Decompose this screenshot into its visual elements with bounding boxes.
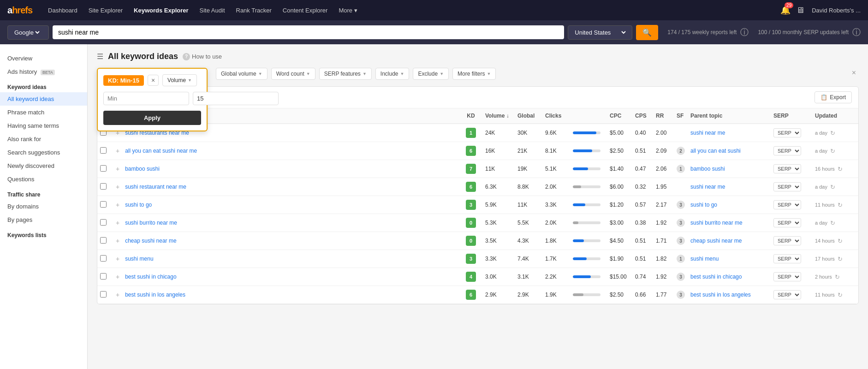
col-volume[interactable]: Volume ↓ [482, 108, 515, 124]
keyword-link-1[interactable]: all you can eat sushi near me [125, 148, 197, 154]
nav-site-audit[interactable]: Site Audit [195, 4, 230, 17]
nav-content-explorer[interactable]: Content Explorer [278, 4, 333, 17]
country-select-input[interactable]: United States [573, 29, 627, 36]
keyword-link-6[interactable]: cheap sushi near me [125, 238, 176, 244]
parent-link-9[interactable]: best sushi in los angeles [690, 292, 751, 298]
clear-filters-button[interactable]: × [849, 68, 859, 78]
serp-select-6[interactable]: SERP [773, 236, 801, 245]
sidebar-item-having-same-terms[interactable]: Having same terms [0, 119, 87, 132]
sidebar-item-all-keyword-ideas[interactable]: All keyword ideas [0, 92, 87, 106]
serp-select-5[interactable]: SERP [773, 218, 801, 227]
serp-select-1[interactable]: SERP [773, 146, 801, 155]
keyword-link-5[interactable]: sushi burrito near me [125, 220, 177, 226]
row-checkbox-9[interactable] [100, 291, 107, 298]
row-checkbox-8[interactable] [100, 273, 107, 280]
sidebar-item-questions[interactable]: Questions [0, 173, 87, 186]
refresh-icon-2[interactable]: ↻ [838, 166, 843, 173]
kd-max-input[interactable] [193, 92, 279, 105]
parent-link-4[interactable]: sushi to go [690, 202, 717, 208]
sidebar-item-search-suggestions[interactable]: Search suggestions [0, 146, 87, 159]
nav-keywords-explorer[interactable]: Keywords Explorer [129, 4, 193, 17]
kd-volume-dropdown[interactable]: Volume ▼ [162, 74, 197, 86]
nav-more[interactable]: More ▾ [334, 4, 362, 17]
refresh-icon-7[interactable]: ↻ [838, 256, 843, 262]
kd-close-button[interactable]: × [148, 75, 159, 86]
sidebar-item-by-pages[interactable]: By pages [0, 213, 87, 226]
refresh-icon-3[interactable]: ↻ [830, 184, 835, 190]
keyword-link-8[interactable]: best sushi in chicago [125, 274, 176, 280]
row-add-button-8[interactable]: + [116, 273, 119, 280]
kd-min-input[interactable] [103, 92, 189, 105]
serp-select-2[interactable]: SERP [773, 164, 801, 173]
kd-badge[interactable]: KD: Min-15 [103, 75, 144, 86]
user-name[interactable]: David Roberts's ... [812, 7, 861, 14]
nav-site-explorer[interactable]: Site Explorer [84, 4, 127, 17]
row-checkbox-7[interactable] [100, 255, 107, 262]
keyword-link-9[interactable]: best sushi in los angeles [125, 292, 185, 298]
serp-select-8[interactable]: SERP [773, 272, 801, 281]
row-checkbox-3[interactable] [100, 183, 107, 190]
row-checkbox-2[interactable] [100, 165, 107, 172]
export-button[interactable]: 📋 Export [814, 91, 852, 103]
hamburger-icon[interactable]: ☰ [97, 52, 103, 61]
row-add-button-4[interactable]: + [116, 201, 119, 208]
row-checkbox-6[interactable] [100, 237, 107, 244]
sidebar-item-phrase-match[interactable]: Phrase match [0, 106, 87, 119]
global-volume-filter[interactable]: Global volume ▼ [216, 68, 268, 80]
engine-dropdown[interactable]: Google [7, 25, 49, 40]
parent-link-7[interactable]: sushi menu [690, 256, 719, 262]
row-checkbox-1[interactable] [100, 147, 107, 154]
row-add-button-7[interactable]: + [116, 255, 119, 262]
engine-select-input[interactable]: Google [12, 29, 41, 36]
serp-select-4[interactable]: SERP [773, 200, 801, 209]
refresh-icon-5[interactable]: ↻ [830, 220, 835, 226]
parent-link-0[interactable]: sushi near me [690, 130, 725, 136]
word-count-filter[interactable]: Word count ▼ [271, 68, 315, 80]
row-add-button-9[interactable]: + [116, 291, 119, 298]
parent-link-6[interactable]: cheap sushi near me [690, 238, 742, 244]
keyword-link-2[interactable]: bamboo sushi [125, 166, 160, 172]
row-add-button-1[interactable]: + [116, 147, 119, 155]
row-add-button-5[interactable]: + [116, 219, 119, 226]
refresh-icon-8[interactable]: ↻ [835, 274, 840, 280]
more-filters[interactable]: More filters ▼ [452, 68, 496, 80]
parent-link-2[interactable]: bamboo sushi [690, 166, 725, 172]
keyword-search-input[interactable] [53, 25, 564, 39]
row-add-button-3[interactable]: + [116, 183, 119, 190]
serp-select-3[interactable]: SERP [773, 182, 801, 191]
refresh-icon-6[interactable]: ↻ [838, 238, 843, 244]
sidebar-item-by-domains[interactable]: By domains [0, 200, 87, 213]
row-checkbox-4[interactable] [100, 201, 107, 208]
include-filter[interactable]: Include ▼ [375, 68, 410, 80]
nav-rank-tracker[interactable]: Rank Tracker [232, 4, 276, 17]
exclude-filter[interactable]: Exclude ▼ [413, 68, 449, 80]
serp-features-filter[interactable]: SERP features ▼ [319, 68, 372, 80]
notification-bell[interactable]: 🔔 29 [780, 5, 791, 15]
keyword-link-4[interactable]: sushi to go [125, 202, 152, 208]
refresh-icon-4[interactable]: ↻ [838, 202, 843, 208]
row-add-button-6[interactable]: + [116, 237, 119, 244]
country-dropdown[interactable]: United States [568, 25, 632, 40]
serp-select-9[interactable]: SERP [773, 290, 801, 299]
kd-apply-button[interactable]: Apply [103, 111, 201, 125]
keyword-link-7[interactable]: sushi menu [125, 256, 153, 262]
refresh-icon-9[interactable]: ↻ [838, 292, 843, 298]
sidebar-item-overview[interactable]: Overview [0, 52, 87, 65]
keyword-link-3[interactable]: sushi restaurant near me [125, 184, 186, 190]
parent-link-8[interactable]: best sushi in chicago [690, 274, 742, 280]
row-add-button-2[interactable]: + [116, 165, 119, 173]
how-to-use-link[interactable]: ? How to use [183, 53, 222, 60]
nav-dashboard[interactable]: Dashboard [43, 4, 82, 17]
parent-link-1[interactable]: all you can eat sushi [690, 148, 741, 154]
search-button[interactable]: 🔍 [636, 25, 658, 40]
col-kd[interactable]: KD [459, 108, 482, 124]
logo[interactable]: ahrefs [7, 5, 32, 16]
parent-link-5[interactable]: sushi burrito near me [690, 220, 743, 226]
row-checkbox-5[interactable] [100, 219, 107, 226]
sidebar-item-newly-discovered[interactable]: Newly discovered [0, 159, 87, 173]
serp-select-0[interactable]: SERP [773, 128, 801, 137]
sidebar-item-ads-history[interactable]: Ads history BETA [0, 65, 87, 78]
sidebar-item-also-rank-for[interactable]: Also rank for [0, 132, 87, 146]
refresh-icon-1[interactable]: ↻ [830, 148, 835, 155]
serp-select-7[interactable]: SERP [773, 254, 801, 263]
